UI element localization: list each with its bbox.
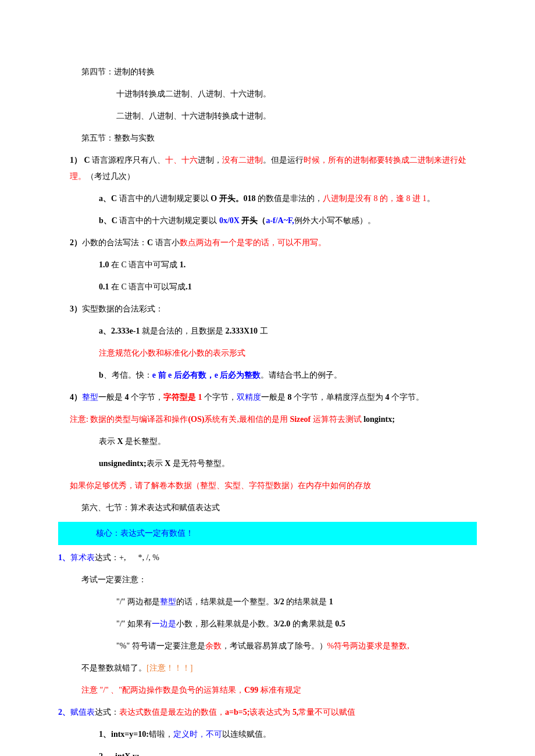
- section-4-title: 第四节：进制的转换: [58, 64, 477, 80]
- text: 1） C 语言源程序只有八、十、十六进制，没有二进制。但是运行时候，所有的进制都…: [58, 152, 477, 185]
- text: a、2.333e-1 就是合法的，且数据是 2.333X10 工: [58, 323, 477, 339]
- text: "/" 如果有一边是小数，那么鞋果就是小数。3/2.0 的禽果就是 0.5: [58, 616, 477, 632]
- text: a、C 语言中的八进制规定要以 O 开头。018 的数值是非法的，八进制是没有 …: [58, 191, 477, 207]
- text: 2、 intX,y;: [58, 748, 477, 756]
- core-highlight: 核心：表达式一定有数值！: [58, 522, 477, 545]
- text: unsignedintx;表示 X 是无符号整型。: [58, 456, 477, 472]
- text: 3）实型数据的合法彩式：: [58, 301, 477, 317]
- text: b、考信。快：e 前 e 后必有数，e 后必为整数。请结合书上的例子。: [58, 367, 477, 384]
- text: 注意: 数据的类型与编译器和操作(OS)系统有关,最相信的是用 Sizeof 运…: [58, 411, 477, 428]
- text: 注意 "/" 、"配两边操作数是负号的运算结果，C99 标准有规定: [58, 682, 477, 698]
- text: 如果你足够优秀，请了解卷本数据（整型、实型、字符型数据）在内存中如何的存放: [58, 478, 477, 494]
- text: 0.1 在 C 语言中可以写成.1: [58, 279, 477, 295]
- section-67-title: 第六、七节：算术表达式和赋值表达式: [58, 500, 477, 516]
- text: 4）整型一般是 4 个字节，字符型是 1 个字节，双精度一般是 8 个字节，单精…: [58, 389, 477, 406]
- text: 十进制转换成二进制、八进制、十六进制。: [58, 86, 477, 102]
- text: "%" 符号请一定要注意是余数，考试最容易算成了除号。）%符号两边要求是整数,: [58, 638, 477, 654]
- text: 考试一定要注意：: [58, 572, 477, 588]
- text: 2、赋值表达式：表达式数值是最左边的数值，a=b=5;该表达式为 5,常量不可以…: [58, 704, 477, 721]
- text: 1、intx=y=10:错啦，定义时，不可以连续赋值。: [58, 726, 477, 743]
- text: "/" 两边都是整型的话，结果就是一个整型。3/2 的结果就是 1: [58, 594, 477, 610]
- text: b、C 语言中的十六进制规定要以 0x/0X 开头（a-f/A~F,例外大小写不…: [58, 213, 477, 229]
- text: 注意规范化小数和标准化小数的表示形式: [58, 345, 477, 361]
- text: 2）小数的合法写法：C 语言小数点两边有一个是零的话，可以不用写。: [58, 235, 477, 251]
- section-5-title: 第五节：整数与实数: [58, 130, 477, 146]
- text: 1、算术表达式：+, *, /, %: [58, 550, 477, 566]
- text: 不是整数就错了。[注意！！！]: [58, 660, 477, 676]
- text: 二进制、八进制、十六进制转换成十进制。: [58, 108, 477, 124]
- text: 1.0 在 C 语言中可写成 1.: [58, 257, 477, 273]
- text: 表示 X 是长整型。: [58, 433, 477, 450]
